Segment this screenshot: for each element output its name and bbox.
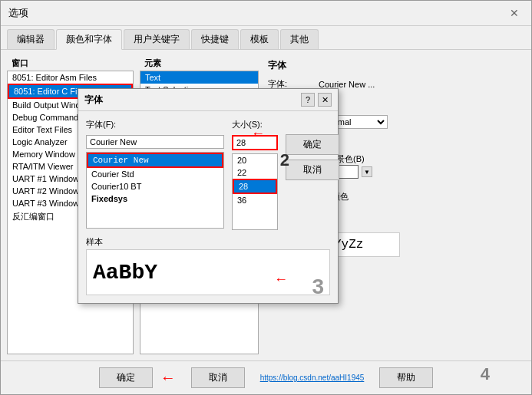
font-section-title: 字体 bbox=[268, 59, 400, 72]
ok-button[interactable]: 确定 bbox=[99, 367, 153, 388]
middle-panel-title: 元素 bbox=[140, 56, 259, 71]
tab-shortcut[interactable]: 快捷键 bbox=[191, 29, 239, 49]
main-window: 选项 ✕ 编辑器 颜色和字体 用户关键字 快捷键 模板 其他 窗口 8051: … bbox=[0, 0, 532, 395]
dialog-buttons: 确定 取消 bbox=[286, 119, 339, 230]
dialog-close-button[interactable]: ✕ bbox=[318, 93, 332, 107]
size-item-36[interactable]: 36 bbox=[233, 194, 277, 206]
bottom-bar: 确定 ← 取消 https://blog.csdn.net/aaHI1945 帮… bbox=[1, 360, 531, 394]
size-col-label: 大小(S): bbox=[232, 119, 278, 130]
title-bar: 选项 ✕ bbox=[1, 1, 531, 26]
size-item-28[interactable]: 28 bbox=[233, 179, 277, 194]
font-list-item-courier10[interactable]: Courier10 BT bbox=[87, 180, 223, 193]
help-button[interactable]: 帮助 bbox=[379, 367, 433, 388]
tab-template[interactable]: 模板 bbox=[240, 29, 279, 49]
left-panel-title: 窗口 bbox=[7, 56, 134, 71]
dialog-sample-label: 样本 bbox=[86, 236, 330, 248]
annotation-num4: 4 bbox=[481, 364, 490, 384]
font-list-item-courier-std[interactable]: Courier Std bbox=[87, 168, 223, 180]
size-item-22[interactable]: 22 bbox=[233, 166, 277, 179]
element-text[interactable]: Text bbox=[140, 71, 258, 84]
font-col-label: 字体(F): bbox=[86, 119, 224, 130]
window-title: 选项 bbox=[8, 6, 28, 20]
tab-other[interactable]: 其他 bbox=[280, 29, 319, 49]
dialog-sample-box: AaBbY bbox=[86, 249, 330, 295]
dialog-sample-section: 样本 AaBbY bbox=[86, 236, 330, 295]
tab-user-keyword[interactable]: 用户关键字 bbox=[124, 29, 190, 49]
dialog-controls: ? ✕ bbox=[301, 93, 332, 107]
dialog-title: 字体 bbox=[84, 94, 103, 107]
font-list-item-fixedsys[interactable]: Fixedsys bbox=[87, 193, 223, 205]
tab-color-font[interactable]: 颜色和字体 bbox=[56, 29, 122, 50]
size-col: 大小(S): 20 22 28 36 bbox=[232, 119, 278, 230]
dialog-main-row: 字体(F): Courier New Courier Std Courier10… bbox=[86, 119, 330, 230]
url-link[interactable]: https://blog.csdn.net/aaHI1945 bbox=[260, 374, 365, 382]
font-col: 字体(F): Courier New Courier Std Courier10… bbox=[86, 119, 224, 230]
font-list-item-courier-new[interactable]: Courier New bbox=[87, 153, 223, 168]
list-item-asm[interactable]: 8051: Editor Asm Files bbox=[8, 71, 133, 84]
tab-editor[interactable]: 编辑器 bbox=[7, 29, 55, 49]
dialog-cancel-button[interactable]: 取消 bbox=[286, 160, 339, 180]
close-button[interactable]: ✕ bbox=[505, 5, 524, 21]
font-dialog: 字体 ? ✕ 字体(F): Courier New Courier Std bbox=[78, 88, 339, 304]
tab-bar: 编辑器 颜色和字体 用户关键字 快捷键 模板 其他 bbox=[1, 26, 531, 50]
cancel-button[interactable]: 取消 bbox=[191, 367, 245, 388]
dialog-title-bar: 字体 ? ✕ bbox=[78, 89, 338, 111]
main-content: 窗口 8051: Editor Asm Files 8051: Editor C… bbox=[1, 50, 531, 360]
font-list[interactable]: Courier New Courier Std Courier10 BT Fix… bbox=[86, 152, 224, 229]
size-input[interactable] bbox=[232, 135, 278, 150]
dialog-help-button[interactable]: ? bbox=[301, 93, 315, 107]
dialog-body: 字体(F): Courier New Courier Std Courier10… bbox=[78, 111, 338, 303]
font-input[interactable] bbox=[86, 135, 224, 149]
annotation-bottom-arrow: ← bbox=[160, 369, 176, 387]
size-item-20[interactable]: 20 bbox=[233, 154, 277, 166]
bg-color-dropdown[interactable]: ▼ bbox=[362, 166, 372, 177]
size-list[interactable]: 20 22 28 36 bbox=[232, 153, 278, 230]
font-value: Courier New ... bbox=[319, 80, 375, 89]
dialog-sample-text: AaBbY bbox=[93, 261, 157, 285]
dialog-ok-button[interactable]: 确定 bbox=[286, 134, 339, 155]
